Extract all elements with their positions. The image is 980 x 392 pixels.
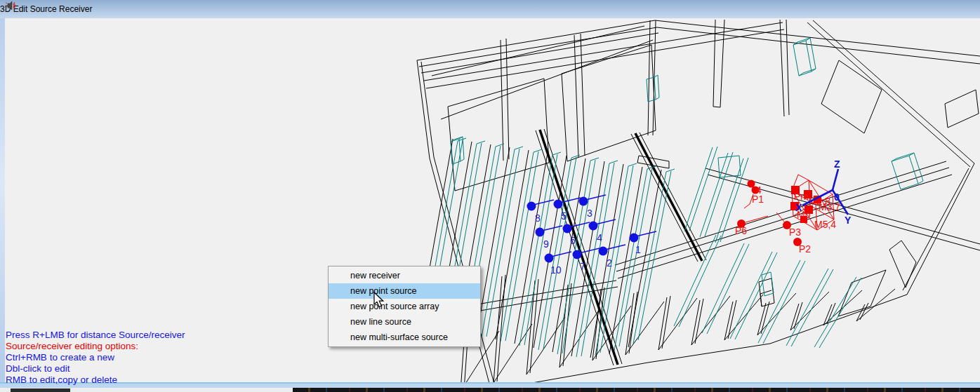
source-label: P6 [735, 225, 747, 236]
instruction-line: Press R+LMB for distance Source/receiver [6, 330, 185, 341]
receiver-label: 1 [635, 244, 641, 255]
seating-rows-teal [425, 138, 861, 357]
source-label: P2 [799, 243, 811, 255]
menu-item-new-multi-surface-source[interactable]: new multi-surface source [329, 330, 480, 345]
source-4-p1[interactable]: 4 P1 [744, 180, 764, 209]
instruction-panel: Press R+LMB for distance Source/receiver… [6, 330, 185, 386]
cluster-source-label: M5,4 [814, 219, 836, 230]
receiver-8[interactable]: 8 [527, 200, 555, 224]
background-window-strip [0, 388, 980, 392]
receiver-label: 9 [543, 238, 549, 250]
title-bar[interactable]: 3D Edit Source Receiver [0, 0, 980, 18]
background-window-dark [293, 388, 980, 392]
axis-y-label: Y [845, 215, 852, 226]
speaker-icon [5, 0, 16, 11]
axis-z-label: Z [834, 158, 840, 170]
menu-item-new-point-source-array[interactable]: new point source array [329, 299, 480, 314]
instruction-line: Ctrl+RMB to create a new [6, 352, 185, 363]
teal-box-left [451, 137, 464, 164]
menu-item-new-point-source[interactable]: new point source [329, 283, 480, 299]
source-label: P1 [752, 194, 764, 205]
seating-steps [461, 271, 895, 382]
receiver-label: 7 [580, 261, 585, 272]
source-label: P3 [789, 227, 801, 238]
axis-origin-label: 0 [834, 191, 840, 203]
background-window-fragment [11, 388, 70, 392]
receiver-label: 3 [587, 208, 592, 219]
receiver-9[interactable]: 9 [536, 226, 563, 250]
receiver-label: 8 [535, 212, 541, 224]
instruction-line: Dbl-click to edit [6, 363, 185, 374]
instruction-line: Source/receiver editing options: [6, 341, 185, 352]
cluster-source-label: Pm [794, 191, 809, 202]
receiver-label: 2 [607, 257, 612, 269]
room-wireframe [404, 20, 980, 382]
teal-box-top-right [793, 38, 816, 76]
source-p2[interactable]: P2 [793, 238, 811, 255]
cluster-source-label: M3,7 [819, 201, 840, 212]
receiver-label: 6 [570, 235, 576, 246]
receiver-label: 4 [597, 232, 602, 243]
receiver-label: 10 [550, 264, 562, 276]
window-border-left [0, 18, 5, 382]
app-window: 3D Edit Source Receiver [0, 0, 980, 392]
3d-viewport[interactable]: 1 2 3 4 5 6 7 [5, 18, 980, 382]
instruction-line: RMB to edit,copy or delete [6, 374, 185, 386]
mouse-cursor-icon [373, 292, 387, 309]
menu-item-new-line-source[interactable]: new line source [329, 314, 480, 330]
axis-x-label: X [795, 202, 802, 213]
receiver-label: 5 [561, 210, 567, 222]
menu-item-new-receiver[interactable]: new receiver [329, 268, 480, 283]
context-menu: new receiver new point source new point … [328, 266, 481, 347]
receiver-2[interactable]: 2 [599, 245, 626, 269]
